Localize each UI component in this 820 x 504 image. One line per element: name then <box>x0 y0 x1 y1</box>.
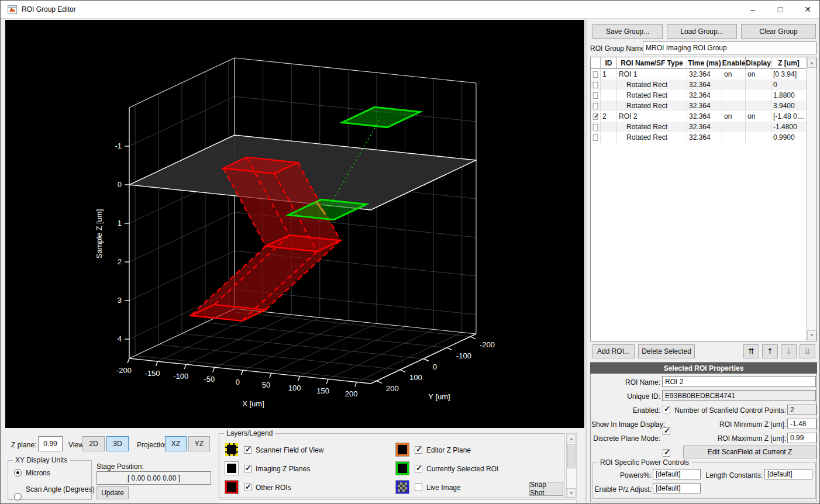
roi-maximum-z-input[interactable]: 0.99 <box>787 433 816 443</box>
close-button[interactable]: ✕ <box>794 1 820 18</box>
add-roi-button[interactable]: Add ROI... <box>592 344 635 358</box>
row-select-checkbox[interactable] <box>593 81 598 88</box>
table-cell: Rotated Rect <box>617 122 687 132</box>
roi-minimum-z-input[interactable]: -1.48 <box>787 419 816 429</box>
roi-name-input[interactable]: ROI 2 <box>662 376 816 387</box>
table-cell <box>722 101 746 111</box>
microns-radio[interactable] <box>14 469 22 477</box>
table-row[interactable]: 2ROI 232.364onon[-1.48 0.... <box>591 111 807 122</box>
table-row[interactable]: Rotated Rect32.3640.9900 <box>591 132 807 143</box>
y-tick <box>423 359 429 361</box>
table-cell: 32.364 <box>687 69 722 80</box>
scroll-up-icon[interactable]: ▲ <box>567 434 576 443</box>
legend-checkbox-other-rois[interactable] <box>244 484 251 491</box>
row-select-checkbox[interactable] <box>593 113 598 119</box>
table-cell: 3.9400 <box>771 101 807 111</box>
column-header <box>591 57 601 69</box>
table-row[interactable]: Rotated Rect32.3643.9400 <box>591 101 807 111</box>
update-button[interactable]: Update <box>97 486 129 499</box>
row-select-checkbox[interactable] <box>593 123 598 130</box>
column-header: ID <box>601 57 617 69</box>
discrete-plane-mode-checkbox[interactable] <box>663 449 670 457</box>
y-tick <box>377 381 382 383</box>
xy-display-units-label: XY Display Units <box>13 456 70 464</box>
table-cell: Rotated Rect <box>617 90 687 101</box>
enable-pz-adjust-input[interactable]: [default] <box>653 483 701 493</box>
enabled-checkbox[interactable] <box>663 406 670 413</box>
edit-scanfield-button[interactable]: Edit ScanField at Current Z <box>683 446 816 458</box>
x-tick <box>326 379 328 384</box>
column-header: Enable <box>722 57 746 69</box>
grid-line <box>205 323 447 348</box>
table-cell: Rotated Rect <box>617 132 687 143</box>
show-in-image-display-checkbox[interactable] <box>663 427 670 435</box>
table-cell <box>722 122 746 132</box>
roi-maximum-z-label: ROI Maximum Z [um]: <box>691 434 786 443</box>
scroll-up-icon[interactable]: ▲ <box>807 58 816 68</box>
view-2d-button[interactable]: 2D <box>82 436 105 451</box>
z-tick-label: 1 <box>118 219 122 227</box>
roi-table-scrollbar[interactable]: ▲ ▼ <box>806 57 816 341</box>
x-tick <box>128 358 129 363</box>
clear-group-button[interactable]: Clear Group <box>741 24 816 39</box>
x-tick-label: -150 <box>145 369 160 378</box>
selected-roi-scanfield[interactable] <box>342 107 421 127</box>
load-group-button[interactable]: Load Group... <box>667 24 737 39</box>
z-tick-label: 3 <box>118 296 122 305</box>
scan-angle-radio[interactable] <box>14 493 22 500</box>
z-plane-input[interactable]: 0.99 <box>38 436 63 451</box>
roi-3d-plot[interactable]: -101234-200-150-100-50050100150200200100… <box>5 20 584 428</box>
table-cell <box>746 132 771 143</box>
legend-checkbox-live-image[interactable] <box>415 484 422 491</box>
snap-shot-button[interactable]: Snap Shot <box>529 482 563 496</box>
roi-3d-scene-svg[interactable]: -101234-200-150-100-50050100150200200100… <box>5 20 584 428</box>
length-constants-input[interactable]: [default] <box>764 469 812 479</box>
legend-checkbox-editor-z-plane[interactable] <box>415 446 422 454</box>
legend-checkbox-currently-selected-roi[interactable] <box>415 465 422 472</box>
table-cell: 32.364 <box>687 80 722 90</box>
table-cell: ROI 2 <box>617 111 687 122</box>
view-3d-button[interactable]: 3D <box>106 436 129 451</box>
legend-scrollbar[interactable]: ▲ ▼ <box>566 433 577 498</box>
legend-checkbox-scanner-field-of-view[interactable] <box>244 446 251 454</box>
move-up-button[interactable]: ↑ <box>762 344 778 358</box>
table-cell: 32.364 <box>687 122 722 132</box>
projection-xz-button[interactable]: XZ <box>165 436 187 451</box>
table-row[interactable]: Rotated Rect32.3640 <box>591 80 807 90</box>
table-row[interactable]: Rotated Rect32.364-1.4800 <box>591 122 807 132</box>
y-tick-label: -100 <box>456 351 471 360</box>
green-legend-icon <box>396 462 409 475</box>
table-row[interactable]: 1ROI 132.364onon[0 3.94] <box>591 69 807 80</box>
roi-table[interactable]: IDROI Name/SF TypeTime (ms)EnableDisplay… <box>590 57 817 341</box>
roi-group-name-input[interactable]: MROI Imaging ROI Group <box>643 42 816 54</box>
row-select-checkbox[interactable] <box>593 71 598 77</box>
legend-checkbox-imaging-z-planes[interactable] <box>244 465 251 472</box>
roi-table-header: IDROI Name/SF TypeTime (ms)EnableDisplay… <box>591 57 807 69</box>
table-cell: 1 <box>601 69 617 80</box>
scroll-down-icon[interactable]: ▼ <box>807 330 816 340</box>
legend-hscrollbar[interactable] <box>219 499 577 504</box>
grid-line <box>135 355 377 381</box>
table-cell: 32.364 <box>687 132 722 143</box>
save-group-button[interactable]: Save Group... <box>592 24 663 39</box>
table-cell <box>601 101 617 111</box>
roi-minimum-z-label: ROI Minimum Z [um]: <box>691 420 786 429</box>
x-tick-label: -50 <box>204 375 215 384</box>
legend-scrollbar-thumb[interactable] <box>567 444 576 468</box>
row-select-checkbox[interactable] <box>593 134 598 140</box>
projection-yz-button[interactable]: YZ <box>188 436 210 451</box>
move-top-button[interactable]: ⇈ <box>743 344 759 358</box>
box-edge <box>235 58 476 83</box>
column-header: Display <box>746 57 771 69</box>
delete-selected-button[interactable]: Delete Selected <box>638 344 695 358</box>
row-select-checkbox[interactable] <box>593 102 598 109</box>
table-row[interactable]: Rotated Rect32.3641.8800 <box>591 90 807 101</box>
row-select-checkbox[interactable] <box>593 92 598 98</box>
show-in-image-display-label: Show In Image Display: <box>591 420 660 429</box>
roi-power-controls-label: ROI Specific Power Controls <box>598 458 691 467</box>
scroll-down-icon[interactable]: ▼ <box>567 488 576 498</box>
minimize-button[interactable]: – <box>739 1 766 18</box>
scanner-legend-icon <box>225 443 238 456</box>
maximize-button[interactable]: □ <box>767 1 794 18</box>
powers-input[interactable]: [default] <box>653 469 701 479</box>
